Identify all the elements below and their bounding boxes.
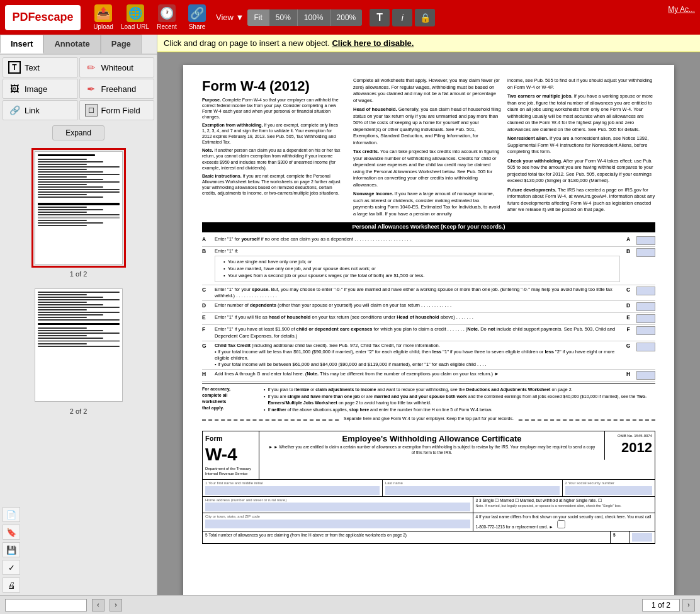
text-cursor-button[interactable]: T: [370, 9, 390, 26]
notify-link[interactable]: Click here to disable.: [332, 38, 414, 48]
cert-form-label: Form: [205, 434, 256, 443]
home-input[interactable]: [205, 503, 470, 511]
nonwage-heading: Nonwage income.: [353, 191, 393, 196]
field-filing-status: 3 3 Single ☐ Married ☐ Married, but with…: [473, 497, 655, 513]
form-row-1: 1 Your first name and middle initial Las…: [203, 480, 655, 497]
w4-description-cols: Complete all worksheets that apply. Howe…: [353, 77, 655, 217]
row-f-end: F: [624, 326, 633, 333]
accuracy-left-label: For accuracy,complete allworksheetsthat …: [202, 386, 252, 413]
row-b-input[interactable]: [636, 248, 655, 257]
document-icon[interactable]: 📄: [3, 507, 20, 522]
formfield-tool-icon: ☐: [85, 104, 98, 117]
row-f-content: Enter "1" if you have at least $1,900 of…: [215, 326, 620, 339]
check-icon[interactable]: ✓: [3, 560, 20, 575]
load-url-button[interactable]: 🌐 Load URL: [121, 4, 149, 30]
row-f-input[interactable]: [636, 326, 655, 335]
ssn-input[interactable]: [565, 486, 652, 495]
field-5-label: 5 Total number of allowances you are cla…: [203, 532, 611, 543]
cert-subtitle: ► ► Whether you are entitled to claim a …: [267, 445, 597, 455]
text-tool[interactable]: T Text: [3, 57, 78, 77]
row-c-content: Enter "1" for your spouse. But, you may …: [215, 287, 620, 299]
fit-button[interactable]: Fit: [247, 9, 268, 26]
upload-button[interactable]: 📤 Upload: [91, 4, 116, 30]
thumb-label-2: 2 of 2: [70, 407, 88, 415]
share-button[interactable]: 🔗 Share: [184, 4, 210, 30]
pdf-area[interactable]: Form W-4 (2012) Purpose. Complete Form W…: [157, 52, 700, 595]
check-heading: Check your withholding.: [507, 158, 562, 164]
thumbnail-1[interactable]: 1 of 2: [5, 148, 152, 278]
whiteout-tool[interactable]: ✏ Whiteout: [79, 57, 155, 77]
lock-button[interactable]: 🔒: [415, 9, 435, 26]
row-d-letter: D: [202, 302, 211, 309]
thumbnail-2[interactable]: 2 of 2: [5, 285, 152, 415]
row-g-input[interactable]: [636, 343, 655, 351]
worksheet-rows: A Enter "1" for yourself if no one else …: [202, 235, 655, 382]
form-row-3: City or town, state, and ZIP code 4 If y…: [203, 513, 655, 532]
field-firstname: 1 Your first name and middle initial: [203, 480, 383, 496]
accuracy-bullet-3: • If neither of the above situations app…: [264, 407, 655, 413]
field3-note: Note. If married, but legally separated,…: [476, 504, 652, 508]
info-button[interactable]: i: [392, 9, 412, 26]
cert-left: Form W-4 Department of the TreasuryInter…: [203, 431, 259, 479]
image-tool[interactable]: 🖼 Image: [3, 79, 78, 99]
row-b-letter: B: [202, 248, 211, 255]
formfield-tool[interactable]: ☐ Form Field: [79, 100, 155, 120]
row-e-content: Enter "1" if you will file as head of ho…: [215, 314, 620, 321]
tab-page[interactable]: Page: [101, 35, 142, 54]
nav-prev-button[interactable]: ‹: [92, 599, 104, 611]
zoom-200-button[interactable]: 200%: [330, 9, 363, 26]
tab-insert[interactable]: Insert: [0, 35, 43, 54]
row-e-input[interactable]: [636, 314, 655, 323]
freehand-tool[interactable]: ✒ Freehand: [79, 79, 155, 99]
home-label: Home address (number and street or rural…: [205, 498, 470, 503]
logo-text: PDFescape: [12, 11, 73, 24]
field1-input[interactable]: [205, 486, 380, 495]
two-earners-text: If you have a working spouse or more tha…: [507, 93, 653, 132]
dashed-separator: Separate here and give Form W-4 to your …: [202, 419, 655, 421]
row-c-input[interactable]: [636, 287, 655, 295]
page-next-button[interactable]: ›: [682, 599, 695, 611]
row-b-content: Enter "1" if: • You are single and have …: [215, 248, 620, 284]
my-account-link[interactable]: My Ac...: [668, 5, 695, 14]
text-tool-icon: T: [8, 61, 21, 74]
bookmark-icon[interactable]: 🔖: [3, 525, 20, 540]
accuracy-bullet-1: • If you plan to itemize or claim adjust…: [264, 387, 655, 393]
cert-subtitle-text: ► Whether you are entitled to claim a ce…: [274, 445, 595, 454]
tab-annotate[interactable]: Annotate: [43, 35, 100, 54]
thumb-img-1: [35, 151, 123, 264]
row-a-input[interactable]: [636, 236, 655, 245]
thumb-border-1: [31, 148, 126, 268]
filing-status-row: 3 3 Single ☐ Married ☐ Married, but with…: [476, 498, 652, 503]
purpose-heading: Purpose.: [202, 98, 221, 102]
print-icon[interactable]: 🖨: [3, 577, 20, 593]
zoom-100-button[interactable]: 100%: [298, 9, 330, 26]
note-heading: Note.: [202, 148, 213, 152]
bottom-bar: ‹ › ›: [0, 595, 700, 614]
page-input[interactable]: [642, 599, 680, 611]
field5-label: 5 Total number of allowances you are cla…: [205, 533, 407, 537]
row-d-content: Enter number of dependents (other than y…: [215, 302, 620, 309]
lastname-input[interactable]: [385, 486, 560, 495]
row-d-input[interactable]: [636, 302, 655, 311]
link-tool[interactable]: 🔗 Link: [3, 100, 78, 120]
field4-checkbox[interactable]: [557, 520, 565, 528]
thumb-label-1: 1 of 2: [70, 270, 88, 278]
expand-button[interactable]: Expand: [52, 125, 104, 140]
view-label[interactable]: View ▼: [216, 13, 244, 22]
recent-button[interactable]: 🕐 Recent: [154, 4, 179, 30]
row-a-content: Enter "1" for yourself if no one else ca…: [215, 236, 620, 242]
freehand-tool-label: Freehand: [101, 84, 137, 94]
zoom-bar: Fit 50% 100% 200%: [247, 9, 362, 26]
field-5-number: 5: [611, 532, 629, 543]
nav-next-button[interactable]: ›: [110, 599, 122, 611]
zoom-50-button[interactable]: 50%: [269, 9, 297, 26]
col2-intro: Complete all worksheets that apply. Howe…: [353, 77, 501, 104]
pdf-page: Form W-4 (2012) Purpose. Complete Form W…: [183, 65, 674, 595]
city-input[interactable]: [205, 520, 470, 528]
row-h-input[interactable]: [636, 371, 655, 380]
accuracy-bullets: • If you plan to itemize or claim adjust…: [257, 386, 655, 413]
search-input[interactable]: [5, 599, 87, 611]
save-icon[interactable]: 💾: [3, 542, 20, 557]
worksheet-row-h: H Add lines A through G and enter total …: [202, 370, 655, 382]
field5-input[interactable]: [632, 533, 652, 542]
